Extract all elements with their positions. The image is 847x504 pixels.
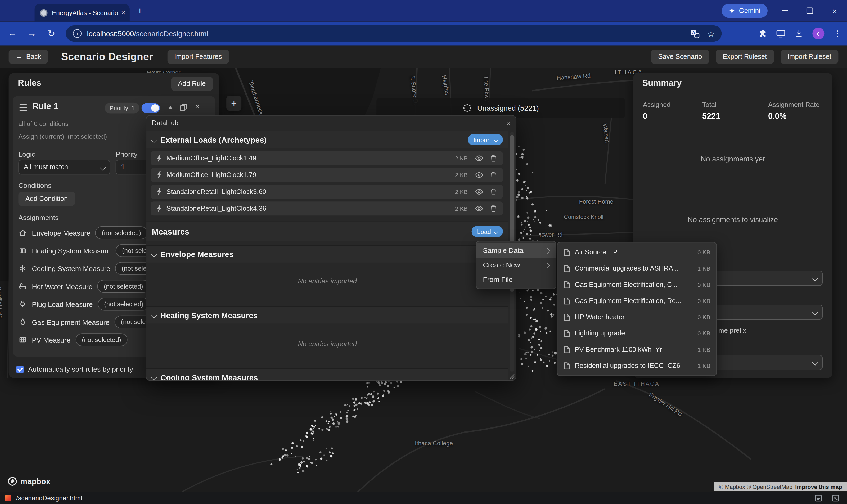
external-loads-header[interactable]: External Loads (Archetypes) Import [146,131,508,148]
ass-plugload-select[interactable]: (not selected) [98,298,150,310]
submenu-item[interactable]: Residential upgrades to IECC_CZ6 1 KB [557,358,716,374]
delete-icon[interactable] [488,187,498,197]
url-path: /scenarioDesigner.html [134,30,208,38]
add-condition-button[interactable]: Add Condition [18,192,75,206]
document-lines-icon[interactable] [815,494,823,502]
modal-close-icon[interactable]: × [506,119,510,127]
downloads-icon[interactable] [795,29,803,38]
envelope-measures-header[interactable]: Envelope Measures [146,246,508,263]
legend-unassigned-label[interactable]: Unassigned (5221) [477,104,539,112]
bookmark-star-icon[interactable]: ☆ [707,30,715,38]
submenu-item[interactable]: Lighting upgrade 0 KB [557,325,716,341]
save-scenario-button[interactable]: Save Scenario [651,50,709,64]
gemini-button[interactable]: Gemini [722,4,768,18]
delete-icon[interactable] [488,170,498,180]
assignment-row: Gas Equipment Measure (not selected) [18,315,166,329]
submenu-item-size: 0 KB [698,314,710,320]
new-tab-button[interactable]: + [134,5,146,17]
rule-enabled-toggle[interactable] [142,103,160,113]
console-icon[interactable] [832,494,840,502]
window-close-button[interactable]: × [822,0,847,22]
view-icon[interactable] [474,187,484,197]
stat-total-label: Total [702,101,717,109]
back-arrow-icon: ← [16,53,22,60]
delete-icon[interactable] [488,154,498,163]
export-ruleset-button[interactable]: Export Ruleset [716,50,774,64]
cooling-measures-header[interactable]: Cooling System Measures [146,368,508,381]
submenu-item[interactable]: Commercial upgrades to ASHRA... 1 KB [557,260,716,276]
move-up-icon[interactable]: ▲ [167,104,173,110]
add-tab-button[interactable]: + [226,95,241,111]
heating-measures-header[interactable]: Heating System Measures [146,306,508,323]
submenu-item[interactable]: Gas Equipment Electrification, Re... 0 K… [557,293,716,309]
assignment-label: Hot Water Measure [32,282,92,290]
import-features-button[interactable]: Import Features [167,50,229,64]
import-ruleset-button[interactable]: Import Ruleset [780,50,838,64]
ass-hotwater-select[interactable]: (not selected) [97,280,149,293]
menu-item-sample-data[interactable]: Sample Data [476,243,556,257]
archetype-row[interactable]: StandaloneRetail_LightClock4.36 2 KB [150,201,503,215]
view-icon[interactable] [474,154,484,163]
menu-item-create-new[interactable]: Create New [476,257,556,272]
file-icon [563,329,570,337]
delete-rule-icon[interactable]: × [195,102,200,111]
submenu-item[interactable]: Air Source HP 0 KB [557,244,716,260]
resize-handle[interactable] [508,373,515,379]
rule-name: Rule 1 [32,102,58,111]
site-info-icon[interactable]: i [73,29,82,38]
window-controls: × [772,0,847,22]
assignments-label: Assignments [18,213,58,221]
load-button-label: Load [477,228,491,235]
duplicate-rule-icon[interactable] [179,103,188,113]
delete-icon[interactable] [488,203,498,213]
forward-icon[interactable]: → [24,25,40,41]
load-dropdown-button[interactable]: Load [472,226,503,237]
reload-icon[interactable]: ↻ [43,25,59,41]
tab-favicon-icon [40,9,48,17]
archetype-row[interactable]: MediumOffice_LightClock1.79 2 KB [150,168,503,182]
assignment-row: PV Measure (not selected) [18,333,128,347]
ass-envelope-select[interactable]: (not selected) [95,226,147,239]
url-bar[interactable]: i localhost:5000/scenarioDesigner.html A… [66,25,722,41]
window-minimize-button[interactable] [772,0,797,22]
logic-select[interactable]: All must match [18,160,110,175]
assignment-label: Envelope Measure [32,229,90,237]
screen: EnergyAtlas - Scenario Desig × + Gemini … [0,0,847,504]
menu-item-from-file[interactable]: From File [476,272,556,287]
submenu-item[interactable]: PV Benchmark 1100 kWh_Yr 1 KB [557,341,716,358]
archetype-row[interactable]: StandaloneRetail_LightClock3.60 2 KB [150,185,503,199]
back-icon[interactable]: ← [4,25,20,41]
translate-icon[interactable]: A [690,29,699,38]
profile-avatar[interactable]: c [812,28,824,39]
autosort-checkbox[interactable] [16,365,24,373]
logic-select-value: All must match [24,163,68,171]
stat-assigned-value: 0 [643,111,647,121]
archetype-row[interactable]: MediumOffice_LightClock1.49 2 KB [150,151,503,165]
envelope-measures-title: Envelope Measures [160,250,233,258]
improve-map-link[interactable]: Improve this map [795,483,842,490]
browser-tab[interactable]: EnergyAtlas - Scenario Desig × [35,4,130,21]
page-title: Scenario Designer [61,51,153,62]
window-maximize-button[interactable] [797,0,822,22]
submenu-item[interactable]: HP Water heater 0 KB [557,309,716,325]
extensions-icon[interactable] [758,29,767,38]
bathtub-icon [18,282,27,291]
submenu-item[interactable]: Gas Equipment Electrification, C... 0 KB [557,276,716,293]
ass-pv-select[interactable]: (not selected) [75,333,128,346]
cast-icon[interactable] [776,30,786,38]
browser-menu-icon[interactable]: ⋮ [833,29,842,38]
view-icon[interactable] [474,203,484,213]
back-button[interactable]: ← Back [9,50,49,64]
import-button-label: Import [473,136,491,143]
import-dropdown-button[interactable]: Import [468,134,503,145]
mapbox-logo[interactable]: mapbox [8,476,51,486]
priority-badge: Priority: 1 [105,103,140,113]
chevron-down-icon [812,359,818,365]
maximize-icon [807,8,813,14]
view-icon[interactable] [474,170,484,180]
plug-icon [18,300,27,309]
add-rule-button[interactable]: Add Rule [171,77,213,91]
drag-handle-icon[interactable] [19,104,27,111]
tab-close-icon[interactable]: × [121,9,125,16]
chevron-down-icon [812,275,818,281]
